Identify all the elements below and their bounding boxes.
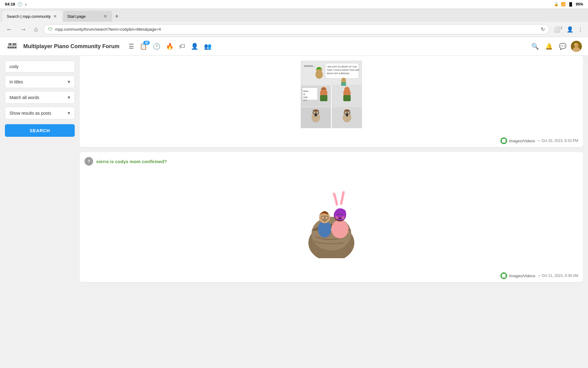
sidebar: In titles ▾ Match all words ▾ Show resul…: [0, 56, 80, 368]
site-title: Multiplayer Piano Community Forum: [23, 43, 119, 50]
svg-rect-4: [11, 47, 13, 48]
search-input[interactable]: [5, 61, 75, 72]
user-avatar[interactable]: [571, 41, 582, 52]
post-content-2: ? sierra is codys mom confirmed?: [80, 152, 583, 269]
wifi-icon: 📶: [561, 2, 566, 6]
svg-point-52: [346, 113, 348, 117]
status-bar: 04:18 🕐 ♪ 🔒 📶 ▐▌ 95%: [0, 0, 588, 8]
post-title-link-2[interactable]: sierra is codys mom confirmed?: [96, 159, 167, 164]
svg-text:SHE: SHE: [303, 96, 308, 98]
active-tab[interactable]: Search | mpp.community ✕: [2, 11, 62, 22]
new-tab-button[interactable]: +: [113, 11, 121, 22]
users-button[interactable]: 👥: [202, 41, 213, 51]
svg-rect-7: [9, 43, 9, 45]
inactive-tab[interactable]: Start page ✕: [63, 11, 112, 22]
fire-button[interactable]: 🔥: [164, 41, 175, 51]
separator-1: •: [538, 139, 540, 143]
svg-rect-39: [343, 95, 351, 101]
user-button[interactable]: 👤: [189, 41, 200, 51]
location-filter-label: In titles: [9, 79, 23, 84]
post-footer-1: Images/Videos • Oct 20, 2023, 8:33 PM: [80, 134, 583, 147]
browser-actions: ⬜2 👤 ⋮: [552, 25, 584, 34]
messages-button[interactable]: 💬: [557, 41, 568, 51]
posts-area: SIERRA... I AM JUST SO ANGRY AT YOU THAT…: [80, 56, 588, 368]
svg-text:???: ???: [303, 99, 307, 102]
post-card-1: SIERRA... I AM JUST SO ANGRY AT YOU THAT…: [80, 56, 583, 147]
svg-text:WHO: WHO: [303, 90, 309, 92]
svg-point-63: [331, 220, 349, 238]
display-filter-dropdown[interactable]: Show results as posts ▾: [5, 107, 75, 119]
header-nav: ☰ 📋 40 🕐 🔥 🏷 👤 👥: [127, 41, 213, 51]
category-dot-2: [500, 272, 507, 279]
svg-text:I AM JUST SO ANGRY AT YOU: I AM JUST SO ANGRY AT YOU: [327, 66, 357, 68]
site-logo[interactable]: [6, 40, 18, 52]
active-tab-title: Search | mpp.community: [7, 14, 51, 19]
tab-count-button[interactable]: ⬜2: [552, 25, 564, 34]
category-label-2: Images/Videos: [509, 274, 535, 278]
close-tab-button[interactable]: ✕: [53, 13, 58, 19]
svg-rect-9: [13, 43, 14, 45]
notifications-button[interactable]: 📋 40: [138, 41, 149, 51]
back-button[interactable]: ←: [4, 25, 15, 34]
svg-rect-3: [9, 47, 11, 48]
svg-text:THAT I COULD DRIVE THIS CAR: THAT I COULD DRIVE THIS CAR: [327, 69, 359, 71]
url-bar[interactable]: 🛡 mpp.community/forum/search?term=cody&i…: [43, 24, 549, 34]
inactive-tab-title: Start page: [67, 14, 101, 19]
search-button[interactable]: 🔍: [530, 41, 541, 51]
post-title-row-2: ? sierra is codys mom confirmed?: [85, 157, 578, 166]
more-options-button[interactable]: ⋮: [576, 25, 584, 34]
location-filter-dropdown[interactable]: In titles ▾: [5, 75, 75, 88]
time-display: 04:18: [5, 2, 15, 6]
comic-strip-svg: SIERRA... I AM JUST SO ANGRY AT YOU THAT…: [301, 61, 362, 128]
post-timestamp-2: Oct 21, 2023, 8:38 AM: [542, 274, 578, 278]
url-display: mpp.community/forum/search?term=cody&in=…: [55, 27, 538, 32]
svg-point-38: [344, 87, 350, 92]
tab-bar: Search | mpp.community ✕ Start page ✕ +: [0, 8, 588, 22]
svg-rect-2: [8, 47, 9, 48]
clock-icon: 🕐: [17, 2, 22, 6]
separator-2: •: [538, 274, 540, 278]
history-button[interactable]: 🕐: [151, 41, 162, 51]
match-filter-dropdown[interactable]: Match all words ▾: [5, 91, 75, 104]
notification-badge: 40: [143, 41, 150, 45]
svg-rect-25: [341, 82, 346, 86]
svg-rect-8: [10, 43, 11, 45]
svg-rect-5: [13, 47, 14, 48]
location-filter-chevron: ▾: [68, 79, 70, 85]
svg-rect-6: [15, 47, 16, 48]
question-icon-2: ?: [85, 157, 93, 166]
forum-header: Multiplayer Piano Community Forum ☰ 📋 40…: [0, 37, 588, 56]
category-badge-1: Images/Videos • Oct 20, 2023, 8:33 PM: [500, 137, 578, 144]
svg-point-33: [321, 87, 326, 92]
post-timestamp-1: Oct 20, 2023, 8:33 PM: [541, 139, 578, 143]
account-button[interactable]: 👤: [565, 25, 575, 34]
character-illustration-2: [85, 169, 578, 264]
svg-text:RIGHT OFF A BRIDGE!: RIGHT OFF A BRIDGE!: [327, 72, 349, 75]
display-filter-label: Show results as posts: [9, 111, 51, 116]
svg-point-46: [315, 113, 317, 117]
menu-icon-button[interactable]: ☰: [127, 41, 136, 51]
main-content: In titles ▾ Match all words ▾ Show resul…: [0, 56, 588, 368]
forward-button[interactable]: →: [18, 25, 29, 34]
battery-display: 95%: [576, 2, 583, 6]
tiktok-icon: ♪: [25, 2, 27, 6]
post-content-1: SIERRA... I AM JUST SO ANGRY AT YOU THAT…: [80, 56, 583, 134]
category-label-1: Images/Videos: [509, 139, 535, 143]
match-filter-chevron: ▾: [68, 94, 70, 100]
svg-rect-34: [320, 95, 327, 101]
close-inactive-tab-button[interactable]: ✕: [103, 13, 108, 19]
svg-text:IS: IS: [303, 93, 305, 95]
home-button[interactable]: ⌂: [32, 25, 40, 34]
post-image-wrapper-1: SIERRA... I AM JUST SO ANGRY AT YOU THAT…: [85, 61, 578, 129]
tag-button[interactable]: 🏷: [177, 42, 187, 51]
signal-icon: ▐▌: [568, 2, 573, 6]
comic-strip-image: SIERRA... I AM JUST SO ANGRY AT YOU THAT…: [301, 61, 362, 129]
refresh-button[interactable]: ↻: [541, 26, 545, 32]
address-bar: ← → ⌂ 🛡 mpp.community/forum/search?term=…: [0, 22, 588, 37]
svg-point-65: [335, 216, 338, 219]
alerts-button[interactable]: 🔔: [543, 41, 555, 51]
match-filter-label: Match all words: [9, 95, 39, 100]
search-submit-button[interactable]: SEARCH: [5, 124, 75, 137]
svg-rect-10: [15, 43, 16, 45]
security-icon: 🛡: [48, 27, 53, 32]
